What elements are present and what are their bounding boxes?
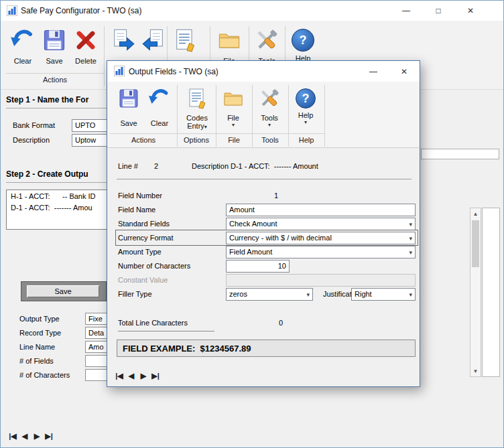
description-label: Description <box>13 136 50 144</box>
dialog-file-button[interactable]: File ▾ <box>218 87 248 129</box>
field-example-box: FIELD EXAMPLE: $1234567.89 <box>117 340 416 357</box>
currency-format-label: Currency Format <box>118 234 174 242</box>
main-codes-button[interactable] <box>170 27 200 57</box>
standard-fields-select[interactable]: Check Amount▾ <box>226 218 416 230</box>
folder-icon <box>222 87 245 113</box>
scroll-up-icon[interactable]: ▲ <box>470 208 481 219</box>
total-line-characters-value: 0 <box>226 319 283 327</box>
dialog-codes-entry-button[interactable]: Codes Entry▾ <box>180 87 214 131</box>
tools-icon <box>254 27 279 56</box>
standard-fields-label: Standard Fields <box>118 220 170 228</box>
main-delete-button[interactable]: Delete <box>69 27 103 65</box>
row-label: # of Fields <box>19 357 54 365</box>
toolbar-group-actions: Actions <box>6 76 104 84</box>
field-name-input[interactable]: Amount <box>226 204 416 216</box>
main-export-button[interactable] <box>107 27 139 57</box>
main-clear-button[interactable]: Clear <box>7 27 38 65</box>
dialog-minimize-button[interactable]: — <box>358 61 389 82</box>
toolbar-group-tools: Tools <box>252 136 288 144</box>
scroll-down-icon[interactable]: ▼ <box>470 366 481 376</box>
toolbar-group-divider <box>110 133 324 134</box>
chevron-down-icon: ▾ <box>268 122 271 129</box>
toolbar-group-file: File <box>216 136 252 144</box>
total-line-characters-label: Total Line Characters <box>118 319 214 331</box>
main-import-button[interactable] <box>139 27 170 57</box>
filler-type-label: Filler Type <box>118 290 152 298</box>
field-number-value: 1 <box>226 192 278 200</box>
toolbar-group-actions: Actions <box>110 136 177 144</box>
toolbar-separator <box>177 85 178 147</box>
vertical-scrollbar[interactable]: ▲ ▼ <box>470 208 481 377</box>
dialog-clear-button[interactable]: Clear <box>145 87 174 127</box>
row-label: # of Characters <box>19 371 70 379</box>
record-last-button[interactable]: ▶| <box>44 431 54 441</box>
main-file-button[interactable]: File <box>214 27 245 65</box>
record-first-button[interactable]: |◀ <box>114 370 125 381</box>
dialog-save-button[interactable]: Save <box>114 87 143 127</box>
filler-type-select[interactable]: zeros▾ <box>226 288 313 301</box>
record-next-button[interactable]: ▶ <box>138 370 149 381</box>
record-last-button[interactable]: ▶| <box>150 370 161 381</box>
scrollbar-thumb[interactable] <box>472 220 479 267</box>
clear-icon <box>10 27 36 56</box>
record-first-button[interactable]: |◀ <box>7 431 18 441</box>
chevron-down-icon: ▾ <box>204 124 207 130</box>
justification-select[interactable]: Right▾ <box>351 288 416 301</box>
doc-arrow-right-icon <box>110 27 135 56</box>
side-panel <box>482 208 500 377</box>
chevron-down-icon: ▾ <box>409 249 412 256</box>
description-label: Description <box>192 162 229 170</box>
tools-icon <box>258 87 281 113</box>
toolbar-label: Clear <box>151 119 168 127</box>
record-previous-button[interactable]: ◀ <box>126 370 137 381</box>
line-number-value: 2 <box>154 162 158 170</box>
toolbar-label: Clear <box>14 57 32 65</box>
dialog-close-button[interactable]: ✕ <box>389 61 420 82</box>
chevron-down-icon: ▾ <box>232 122 235 129</box>
panel-strip <box>421 149 499 159</box>
description-value: D-1 - ACCT: ------- Amount <box>231 162 318 170</box>
toolbar-separator <box>252 85 253 147</box>
main-save-button[interactable]: Save <box>40 27 69 65</box>
toolbar-group-options: Options <box>177 136 216 144</box>
record-previous-button[interactable]: ◀ <box>19 431 30 441</box>
toolbar-label: Save <box>120 119 137 127</box>
delete-icon <box>73 27 99 56</box>
chevron-down-icon: ▾ <box>409 221 412 228</box>
field-number-label: Field Number <box>118 192 162 200</box>
safe-pay-configurator-window: Safe Pay Configurator - TWO (sa) — □ ✕ C… <box>0 0 504 448</box>
save-icon <box>42 27 67 56</box>
toolbar-label: Delete <box>75 57 97 65</box>
app-logo-icon <box>7 5 17 19</box>
record-next-button[interactable]: ▶ <box>32 431 42 441</box>
folder-icon <box>216 27 242 56</box>
main-window-title: Safe Pay Configurator - TWO (sa) <box>21 6 142 15</box>
toolbar-group-help: Help <box>288 136 324 144</box>
main-tools-button[interactable]: Tools <box>251 27 282 65</box>
row-label: Line Name <box>19 343 55 351</box>
main-maximize-button[interactable]: □ <box>423 1 454 21</box>
save-icon <box>117 87 140 113</box>
currency-format-select[interactable]: Currency - with $ / with decimal▾ <box>226 232 416 244</box>
amount-type-select[interactable]: Field Amount▾ <box>226 246 416 258</box>
dialog-help-button[interactable]: ? Help ▾ <box>291 87 320 126</box>
toolbar-label: File <box>227 114 239 122</box>
toolbar-separator <box>324 85 325 147</box>
number-of-characters-input[interactable]: 10 <box>226 260 290 273</box>
codes-list-icon <box>172 27 198 56</box>
dialog-title: Output Fields - TWO (sa) <box>129 67 218 76</box>
help-icon: ? <box>292 29 314 52</box>
bank-format-label: Bank Format <box>13 121 55 129</box>
constant-value-input <box>226 274 416 287</box>
main-minimize-button[interactable]: — <box>391 1 422 21</box>
toolbar-label: Codes <box>186 114 208 122</box>
main-help-button[interactable]: ? Help <box>288 27 318 62</box>
main-close-button[interactable]: ✕ <box>455 1 486 21</box>
save-line-button[interactable]: Save <box>26 285 100 298</box>
header-divider <box>117 179 412 179</box>
step1-heading: Step 1 - Name the For <box>6 95 88 104</box>
dialog-tools-button[interactable]: Tools ▾ <box>255 87 284 129</box>
app-logo-icon <box>114 66 125 79</box>
chevron-down-icon: ▾ <box>409 291 412 298</box>
number-of-characters-label: Number of Characters <box>118 262 190 270</box>
